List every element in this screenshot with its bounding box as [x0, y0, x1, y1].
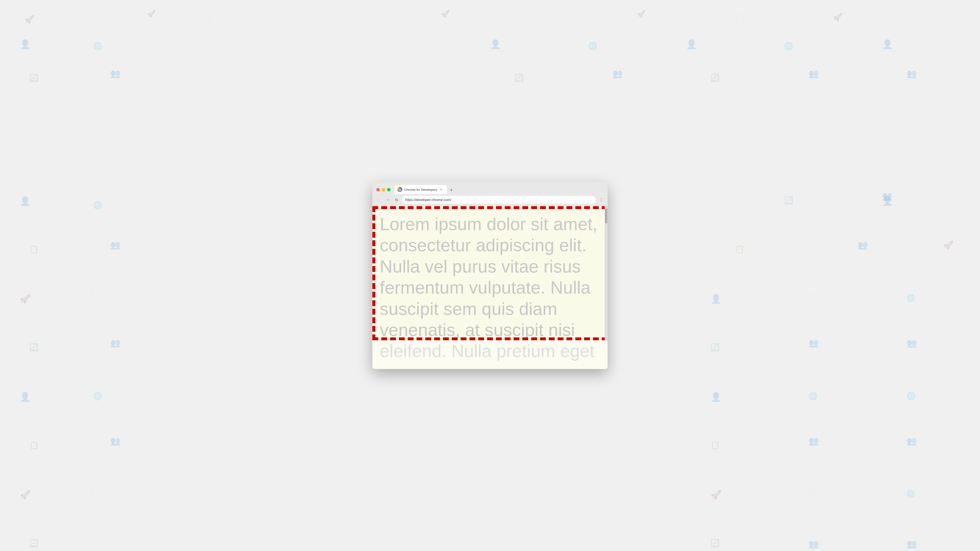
bg-icon: 📋: [711, 441, 719, 449]
bg-icon: 👥: [110, 240, 121, 250]
bg-icon: 🔄: [711, 343, 719, 351]
forward-icon: →: [386, 198, 390, 202]
bg-icon: 🌐: [93, 201, 102, 210]
menu-button[interactable]: ⋮: [598, 196, 605, 203]
bg-icon: 👥: [907, 68, 917, 78]
bg-icon: 📋: [29, 441, 38, 449]
browser-window: Chrome for Developers ✕ + ← → ↻ ⋮: [372, 182, 608, 369]
browser-wrapper: Chrome for Developers ✕ + ← → ↻ ⋮: [372, 182, 608, 369]
bg-icon: 📄: [907, 15, 914, 22]
maximize-button[interactable]: [387, 188, 391, 192]
bg-icon: 👥: [110, 338, 121, 348]
bg-icon: 👥: [858, 240, 868, 250]
bg-icon: 👥: [808, 539, 819, 549]
bg-icon: 👥: [907, 338, 917, 348]
bg-icon: 👤: [20, 196, 30, 206]
chrome-favicon-icon: [398, 187, 402, 192]
tab-row: Chrome for Developers ✕ +: [376, 185, 604, 194]
dashed-border: [372, 206, 608, 340]
bg-icon: 👥: [907, 539, 917, 549]
bg-icon: 🚀: [24, 15, 34, 24]
new-tab-button[interactable]: +: [448, 187, 455, 194]
bg-icon: 🚀: [147, 10, 156, 18]
bg-icon: 🚀: [441, 10, 450, 18]
bg-icon: 🚀: [711, 490, 722, 500]
bg-icon: 👥: [808, 436, 819, 446]
bg-icon: 📄: [735, 15, 744, 23]
window-controls: [376, 188, 391, 194]
bg-icon: 🔄: [29, 73, 38, 82]
bg-icon: 🔄: [29, 539, 38, 547]
bg-icon: 🌐: [784, 41, 793, 50]
bg-icon: 👥: [612, 68, 623, 78]
bg-icon: 🚀: [833, 12, 843, 22]
bg-icon: 👥: [110, 436, 121, 446]
browser-tab[interactable]: Chrome for Developers ✕: [395, 185, 447, 194]
overflow-content: eleifend. Nulla pretium eget: [372, 340, 608, 369]
bg-icon: 👤: [711, 294, 722, 304]
bg-icon: 👥: [907, 436, 917, 446]
bg-icon: 🔄: [711, 73, 719, 82]
bg-icon: 👤: [882, 39, 893, 49]
bg-icon: 👥: [808, 338, 819, 348]
bg-icon: 📄: [86, 294, 93, 301]
bg-icon: 🚀: [943, 240, 953, 250]
bg-icon: 🔄: [514, 73, 523, 82]
bg-icon: 📋: [29, 245, 38, 254]
address-bar-input[interactable]: [402, 196, 596, 204]
page-content: Lorem ipsum dolor sit amet, consectetur …: [372, 206, 608, 340]
bg-icon: 📄: [86, 490, 93, 497]
bg-icon: 📄: [808, 294, 816, 301]
bg-icon: 🔄: [29, 343, 38, 351]
address-bar-row: ← → ↻ ⋮: [372, 194, 608, 206]
minimize-button[interactable]: [382, 188, 385, 192]
bg-icon: 🌐: [907, 392, 916, 400]
bg-icon: 🚀: [637, 10, 646, 18]
bg-icon: 🔄: [711, 539, 719, 547]
bg-icon: 📄: [86, 15, 93, 22]
bg-icon: 👤: [20, 39, 30, 49]
bg-icon: 🚀: [20, 490, 30, 500]
bg-icon: 👥: [110, 68, 121, 78]
bg-icon: 📄: [539, 15, 546, 22]
forward-button[interactable]: →: [384, 196, 391, 203]
refresh-icon: ↻: [395, 197, 398, 202]
bg-icon: 🌐: [907, 294, 915, 302]
menu-icon: ⋮: [599, 197, 603, 203]
bg-icon: 🌐: [808, 392, 818, 400]
scrollbar-track[interactable]: [605, 206, 608, 340]
back-button[interactable]: ←: [375, 196, 382, 203]
bg-icon: 🌐: [907, 490, 915, 498]
tab-close-button[interactable]: ✕: [439, 187, 443, 192]
bg-icon: 🌐: [588, 41, 597, 50]
back-icon: ←: [377, 198, 381, 202]
bg-icon: 📄: [808, 490, 816, 497]
bg-icon: 🌐: [93, 392, 102, 400]
scrollbar-thumb[interactable]: [605, 209, 607, 223]
bg-icon: 📄: [204, 15, 212, 23]
title-bar: Chrome for Developers ✕ +: [372, 182, 608, 194]
svg-point-5: [399, 189, 401, 190]
bg-icon: 🌐: [93, 41, 102, 50]
bg-icon: 👤: [711, 392, 722, 402]
bg-icon: 🚀: [20, 294, 30, 304]
tab-title: Chrome for Developers: [404, 187, 437, 191]
close-button[interactable]: [376, 188, 380, 192]
bg-icon: 👤: [686, 39, 697, 49]
bg-icon: 👥: [808, 68, 819, 78]
bg-icon: 👤: [20, 392, 30, 402]
bg-icon: 👥: [882, 191, 892, 201]
bg-icon: 🔄: [784, 196, 793, 205]
bg-icon: 📋: [735, 245, 744, 254]
bg-icon: 👤: [490, 39, 501, 49]
refresh-button[interactable]: ↻: [393, 196, 400, 203]
